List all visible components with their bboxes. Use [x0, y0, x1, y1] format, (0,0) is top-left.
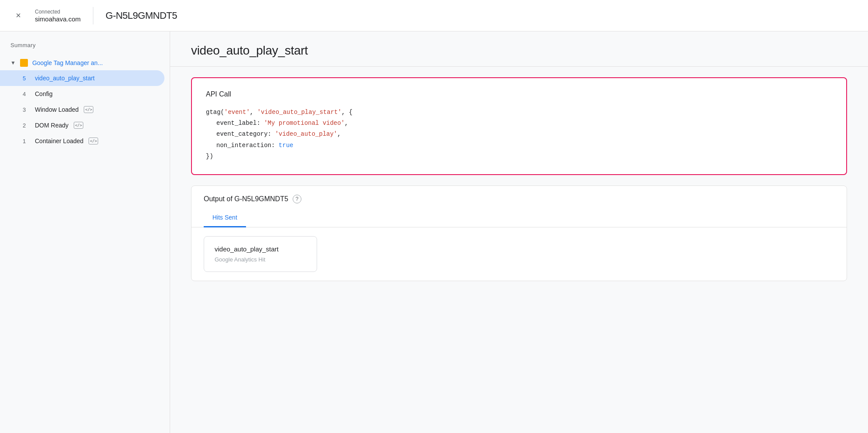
content-area: video_auto_play_start API Call gtag('eve…: [170, 31, 868, 433]
code-text: }): [206, 153, 213, 160]
header-domain: simoahava.com: [35, 15, 81, 23]
sidebar-group-name: Google Tag Manager an...: [32, 59, 159, 66]
event-name: Config: [35, 90, 52, 97]
tab-hits-sent[interactable]: Hits Sent: [204, 209, 246, 227]
api-call-card: API Call gtag('event', 'video_auto_play_…: [191, 77, 847, 175]
code-line-2: event_label: 'My promotional video',: [206, 118, 832, 129]
sidebar-event-item[interactable]: 5 video_auto_play_start: [0, 70, 164, 86]
code-text: 'event': [224, 109, 250, 116]
sidebar-events-list: 5 video_auto_play_start 4 Config 3 Windo…: [0, 70, 170, 149]
output-title: Output of G-N5L9GMNDT5: [204, 195, 288, 203]
api-call-title: API Call: [206, 90, 832, 98]
hit-type: Google Analytics Hit: [215, 256, 306, 263]
header-divider: [93, 7, 93, 24]
code-text: true: [279, 142, 294, 149]
output-title-text: Output of G-N5L9GMNDT5: [204, 195, 288, 203]
code-text: ,: [250, 109, 257, 116]
sidebar-event-item[interactable]: 3 Window Loaded </>: [0, 102, 164, 117]
code-icon: </>: [89, 137, 98, 144]
code-line-5: }): [206, 151, 832, 162]
event-name: DOM Ready: [35, 122, 68, 129]
code-text: non_interaction:: [216, 142, 279, 149]
code-line-4: non_interaction: true: [206, 140, 832, 151]
hit-name: video_auto_play_start: [215, 245, 306, 253]
code-block: gtag('event', 'video_auto_play_start', {…: [206, 107, 832, 162]
sidebar-summary-label: Summary: [0, 42, 170, 55]
code-icon: </>: [84, 106, 93, 113]
sidebar-event-item[interactable]: 2 DOM Ready </>: [0, 117, 164, 133]
code-text: 'video_auto_play': [275, 131, 337, 137]
event-number: 2: [23, 122, 30, 129]
event-name: video_auto_play_start: [35, 75, 95, 82]
code-line-1: gtag('event', 'video_auto_play_start', {: [206, 107, 832, 118]
content-header: video_auto_play_start: [170, 31, 868, 67]
top-header: × Connected simoahava.com G-N5L9GMNDT5: [0, 0, 868, 31]
code-text: event_category:: [216, 131, 275, 137]
chevron-down-icon: ▼: [10, 60, 16, 66]
code-text: 'video_auto_play_start': [257, 109, 342, 116]
output-section: Output of G-N5L9GMNDT5 ? Hits Sent video…: [191, 186, 847, 281]
sidebar: Summary ▼ Google Tag Manager an... 5 vid…: [0, 31, 170, 433]
sidebar-event-item[interactable]: 4 Config: [0, 86, 164, 102]
hit-card: video_auto_play_start Google Analytics H…: [204, 236, 317, 272]
event-name: Container Loaded: [35, 137, 83, 144]
header-connection: Connected simoahava.com: [35, 8, 81, 23]
close-button[interactable]: ×: [10, 8, 26, 24]
header-container-id: G-N5L9GMNDT5: [106, 10, 177, 21]
output-header: Output of G-N5L9GMNDT5 ?: [191, 186, 847, 203]
code-text: gtag(: [206, 109, 224, 116]
event-name: Window Loaded: [35, 106, 79, 113]
event-number: 4: [23, 91, 30, 97]
code-text: 'My promotional video': [264, 120, 345, 127]
event-number: 1: [23, 138, 30, 144]
sidebar-event-item[interactable]: 1 Container Loaded </>: [0, 133, 164, 149]
output-content: video_auto_play_start Google Analytics H…: [191, 227, 847, 281]
code-text: , {: [342, 109, 352, 116]
help-icon[interactable]: ?: [293, 195, 301, 203]
connected-label: Connected: [35, 8, 81, 16]
page-title: video_auto_play_start: [191, 44, 847, 58]
code-text: ,: [337, 131, 341, 137]
main-layout: Summary ▼ Google Tag Manager an... 5 vid…: [0, 31, 868, 433]
sidebar-group-header[interactable]: ▼ Google Tag Manager an...: [0, 55, 170, 70]
code-text: event_label:: [216, 120, 264, 127]
code-line-3: event_category: 'video_auto_play',: [206, 129, 832, 140]
event-number: 3: [23, 107, 30, 113]
sidebar-group: ▼ Google Tag Manager an... 5 video_auto_…: [0, 55, 170, 149]
code-icon: </>: [74, 122, 83, 129]
orange-square-icon: [20, 59, 28, 67]
output-tabs: Hits Sent: [191, 209, 847, 227]
event-number: 5: [23, 75, 30, 82]
code-text: ,: [345, 120, 348, 127]
